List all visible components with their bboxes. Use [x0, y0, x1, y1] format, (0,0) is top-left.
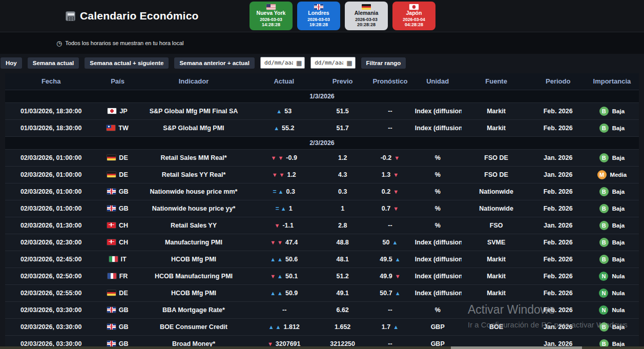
importance-badge: B — [599, 107, 609, 116]
cell-actual: ▼▲50.1 — [249, 268, 319, 284]
actual-value: 47.4 — [285, 239, 298, 246]
date-from-input[interactable] — [263, 59, 294, 67]
clock-city: Alemania — [345, 10, 388, 16]
triangle-up-icon: ▲ — [277, 273, 283, 279]
page-title-wrap: Calendario Económico — [66, 0, 199, 32]
importance-badge: N — [599, 289, 608, 298]
horizontal-scrollbar[interactable] — [0, 346, 644, 349]
cell-indicator: Nationwide house price yy* — [138, 200, 249, 217]
forecast-value: -- — [388, 108, 392, 115]
cell-source: Markit — [462, 102, 531, 119]
cell-actual: ▲▲1.812 — [249, 318, 319, 335]
cell-previous: 4.3 — [319, 166, 366, 183]
cell-period: Feb. 2026 — [531, 102, 585, 119]
cell-source: Markit — [462, 119, 531, 136]
triangle-down-icon: ▼ — [272, 172, 278, 178]
flag-de — [107, 155, 116, 160]
flag-de — [107, 290, 116, 296]
gb-flag-icon — [314, 4, 323, 10]
cell-indicator: Retail Sales YY — [138, 217, 249, 234]
triangle-down-icon: ▼ — [393, 172, 399, 178]
cell-indicator: BBA Mortgage Rate* — [138, 301, 249, 318]
cell-unit: Index (diffusion) — [414, 284, 462, 301]
cell-previous: 2.8 — [319, 217, 366, 234]
table-row: 02/03/2026, 01:00:00DERetail Sales YY Re… — [5, 166, 639, 183]
equal-marker-icon: = — [273, 188, 277, 195]
cell-country: TW — [97, 119, 138, 136]
filter-button-semana-actual-siguiente[interactable]: Semana actual + siguiente — [85, 57, 169, 69]
cell-period: Feb. 2026 — [531, 284, 585, 301]
calendar-icon[interactable]: ▦ — [296, 60, 302, 66]
clock-time: 04:28:28 — [392, 22, 435, 28]
cell-period: Jan. 2026 — [531, 318, 585, 335]
cell-country: GB — [97, 301, 138, 318]
cell-unit: Index (diffusion) — [414, 268, 462, 284]
cell-forecast: 1.7▲ — [366, 318, 414, 335]
triangle-down-icon: ▼ — [393, 189, 399, 195]
cell-source: Nationwide — [462, 183, 531, 200]
filter-button-semana-anterior-actual[interactable]: Semana anterior + actual — [174, 57, 254, 69]
column-header-indicador: Indicador — [138, 73, 249, 90]
cell-actual: ▼▼1.2 — [249, 166, 319, 183]
horizontal-scrollbar-thumb[interactable] — [451, 346, 582, 349]
cell-actual: ▲55.2 — [249, 119, 319, 136]
actual-value: -- — [282, 306, 286, 314]
triangle-down-icon: ▼ — [267, 341, 273, 347]
cell-actual: ▲53 — [249, 102, 319, 119]
cell-previous: 51.2 — [319, 268, 366, 284]
flag-jp — [108, 108, 116, 114]
cell-forecast: -- — [366, 301, 414, 318]
date-to-input[interactable] — [314, 59, 344, 67]
clock-time: 20:28:28 — [345, 22, 388, 28]
cell-importance: BBaja — [585, 119, 639, 136]
triangle-up-icon: ▲ — [281, 206, 286, 212]
date-to-field[interactable]: ▦ — [310, 57, 355, 69]
cell-datetime: 02/03/2026, 02:50:00 — [5, 268, 97, 284]
clock-city: Nueva York — [250, 10, 293, 16]
cell-indicator: HCOB Mfg PMI — [138, 251, 249, 268]
column-header-previo: Previo — [319, 73, 366, 90]
cell-indicator: Retail Sales YY Real* — [138, 166, 249, 183]
cell-previous: 1 — [319, 200, 366, 217]
actual-value: -0.9 — [286, 154, 297, 161]
importance-label: Baja — [612, 256, 625, 262]
filter-button-semana-actual[interactable]: Semana actual — [28, 57, 79, 69]
forecast-value: 0.2 — [382, 188, 390, 195]
triangle-up-icon: ▲ — [276, 108, 282, 114]
cell-actual: =▲0.3 — [249, 183, 319, 200]
cell-importance: NNula — [585, 284, 639, 301]
filter-button-hoy[interactable]: Hoy — [1, 57, 22, 69]
flag-gb — [107, 324, 116, 330]
cell-datetime: 01/03/2026, 18:30:00 — [5, 119, 97, 136]
page-title: Calendario Económico — [80, 10, 199, 22]
cell-importance: BBaja — [585, 217, 639, 234]
triangle-down-icon: ▼ — [270, 239, 276, 245]
calendar-icon[interactable]: ▦ — [346, 60, 352, 66]
importance-label: Baja — [612, 222, 625, 229]
date-from-field[interactable]: ▦ — [260, 57, 305, 69]
cell-datetime: 02/03/2026, 01:00:00 — [5, 200, 97, 217]
actual-value: 53 — [284, 108, 292, 115]
table-row: 02/03/2026, 01:00:00GBNationwide house p… — [5, 200, 639, 217]
table-row: 01/03/2026, 18:30:00TWS&P Global Mfg PMI… — [5, 119, 639, 136]
forecast-value: -- — [388, 125, 392, 132]
table-row: 02/03/2026, 02:45:00ITHCOB Mfg PMI▲▲50.6… — [5, 251, 639, 268]
cell-actual: ▲▲50.6 — [249, 251, 319, 268]
cell-forecast: -0.2▼ — [366, 149, 414, 166]
importance-label: Baja — [612, 206, 625, 212]
cell-unit: Index (diffusion) — [414, 251, 462, 268]
forecast-value: -- — [388, 222, 392, 229]
actual-value: 1.812 — [284, 323, 300, 331]
cell-unit: % — [414, 149, 462, 166]
flag-ch — [107, 222, 116, 228]
triangle-down-icon: ▼ — [279, 172, 285, 178]
column-header-periodo: Periodo — [531, 73, 585, 90]
cell-indicator: S&P Global Mfg PMI — [138, 119, 249, 136]
importance-badge: B — [599, 238, 609, 247]
triangle-up-icon: ▲ — [268, 324, 274, 330]
triangle-down-icon: ▼ — [277, 239, 283, 245]
filter-range-button[interactable]: Filtrar rango — [361, 57, 406, 69]
forecast-value: 50.7 — [380, 290, 392, 297]
cell-forecast: -- — [366, 119, 414, 136]
cell-indicator: Manufacturing PMI — [138, 234, 249, 251]
